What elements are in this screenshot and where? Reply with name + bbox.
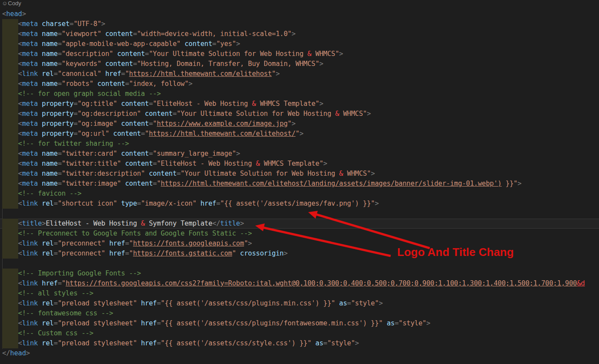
code-line[interactable]: <meta name="robots" content="index, foll…: [0, 79, 599, 89]
code-line[interactable]: <!-- for open graph social media -->: [0, 89, 599, 99]
code-line[interactable]: <link rel="preconnect" href="https://fon…: [0, 249, 599, 259]
code-line[interactable]: <link rel="preload stylesheet" href="{{ …: [0, 298, 599, 308]
code-line[interactable]: <!-- Custom css -->: [0, 328, 599, 338]
code-editor[interactable]: ☺Cody <head> <meta charset="UTF-8"> <met…: [0, 0, 599, 364]
code-line[interactable]: <meta name="viewport" content="width=dev…: [0, 29, 599, 39]
code-line[interactable]: <meta property="og:title" content="Elite…: [0, 99, 599, 109]
code-line[interactable]: <meta charset="UTF-8">: [0, 19, 599, 29]
code-line[interactable]: <meta name="apple-mobile-web-app-capable…: [0, 39, 599, 49]
code-line[interactable]: <!-- favicon -->: [0, 189, 599, 199]
cody-icon: ☺: [2, 0, 7, 7]
code-line[interactable]: </head>: [0, 348, 599, 358]
code-line[interactable]: <meta property="og:url" content="https:/…: [0, 129, 599, 139]
code-line[interactable]: <meta name="twitter:image" content="http…: [0, 179, 599, 189]
code-line[interactable]: <!-- for twitter sharing -->: [0, 139, 599, 149]
code-line[interactable]: <!-- all styles -->: [0, 289, 599, 298]
code-line[interactable]: <head>: [0, 9, 599, 19]
code-line[interactable]: <meta name="twitter:card" content="summa…: [0, 149, 599, 159]
code-line[interactable]: [0, 209, 599, 219]
code-line[interactable]: <link rel="preload stylesheet" href="{{ …: [0, 318, 599, 328]
code-line[interactable]: <!-- Importing Google Fonts -->: [0, 269, 599, 279]
code-line[interactable]: <link rel="preload stylesheet" href="{{ …: [0, 338, 599, 348]
code-line[interactable]: <meta name="twitter:title" content="Elit…: [0, 159, 599, 169]
code-line[interactable]: <meta name="keywords" content="Hosting, …: [0, 59, 599, 69]
code-line[interactable]: <!-- fontawesome css -->: [0, 308, 599, 318]
code-line[interactable]: <!-- Preconnect to Google Fonts and Goog…: [0, 229, 599, 239]
code-line[interactable]: <meta name="description" content="Your U…: [0, 49, 599, 59]
code-line[interactable]: <meta property="og:description" content=…: [0, 109, 599, 119]
code-line[interactable]: <link rel="shortcut icon" type="image/x-…: [0, 199, 599, 209]
code-lines: <head> <meta charset="UTF-8"> <meta name…: [0, 9, 599, 358]
code-line[interactable]: <link rel="preconnect" href="https://fon…: [0, 239, 599, 249]
code-line[interactable]: <title>EliteHost - Web Hosting & Symfony…: [0, 219, 599, 229]
code-line[interactable]: <meta name="twitter:description" content…: [0, 169, 599, 179]
cody-code-lens[interactable]: ☺Cody: [0, 0, 599, 9]
code-line[interactable]: <link rel="canonical" href="https://html…: [0, 69, 599, 79]
code-line[interactable]: <meta property="og:image" content="https…: [0, 119, 599, 129]
cody-lens-label: Cody: [8, 0, 21, 7]
code-line[interactable]: [0, 259, 599, 269]
code-line[interactable]: <link href="https://fonts.googleapis.com…: [0, 279, 599, 289]
